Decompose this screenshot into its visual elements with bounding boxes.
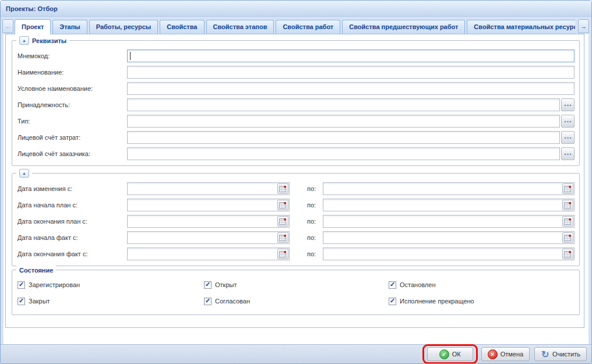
tab-project[interactable]: Проект: [15, 19, 51, 34]
plan-start-date-from-input[interactable]: [128, 199, 277, 211]
actual-start-date-label: Дата начала факт с:: [17, 234, 127, 241]
tab-scroll-right-button[interactable]: →: [578, 19, 589, 33]
clear-button[interactable]: ↻ Очистить: [534, 347, 587, 361]
change-date-from-field: [127, 182, 290, 195]
change-date-from-input[interactable]: [128, 183, 277, 195]
tab-bar: ← Проект Этапы Работы, ресурсы Свойства …: [1, 17, 591, 34]
checkbox-open[interactable]: ✓ Открыт: [204, 278, 389, 291]
checkbox-closed[interactable]: ✓ Закрыт: [17, 295, 204, 308]
checkbox-checked-icon: ✓: [17, 298, 25, 305]
actual-end-date-to-field: [323, 248, 575, 260]
cancel-button-label: Отмена: [501, 351, 523, 358]
ellipsis-icon: …: [564, 118, 572, 121]
change-date-from-calendar-button[interactable]: [277, 183, 288, 194]
checkbox-checked-icon: ✓: [204, 281, 212, 289]
cost-account-lookup-button[interactable]: …: [561, 131, 575, 144]
plan-end-date-from-input[interactable]: [128, 215, 277, 227]
tab-label: Проект: [22, 23, 44, 30]
change-date-to-input[interactable]: [323, 183, 562, 195]
affiliation-label: Принадлежность:: [17, 101, 127, 108]
arrow-right-icon: →: [580, 23, 587, 30]
tab-scroll-left-button[interactable]: ←: [2, 19, 13, 33]
tab-label: Свойства предшествующих работ: [349, 23, 458, 30]
affiliation-field: …: [127, 98, 575, 111]
actual-end-date-to-calendar-button[interactable]: [562, 249, 573, 259]
customer-account-input[interactable]: [127, 147, 560, 160]
actual-start-date-from-field: [127, 231, 290, 244]
refresh-icon: ↻: [541, 350, 549, 359]
change-date-label: Дата изменения с:: [17, 185, 127, 192]
plan-start-date-from-calendar-button[interactable]: [277, 200, 288, 210]
tab-label: Свойства работ: [283, 23, 333, 30]
tab-material-resource-properties[interactable]: Свойства материальных ресурсов: [467, 20, 575, 34]
checkbox-approved[interactable]: ✓ Согласован: [204, 295, 389, 308]
tab-predecessor-work-properties[interactable]: Свойства предшествующих работ: [342, 20, 465, 34]
tab-label: Работы, ресурсы: [96, 23, 151, 30]
date-row: Дата окончания план с: по:: [17, 215, 575, 228]
tab-label: Свойства: [167, 23, 197, 30]
plan-start-date-to-input[interactable]: [323, 199, 562, 211]
actual-start-date-from-input[interactable]: [128, 232, 277, 243]
plan-start-date-from-field: [127, 199, 290, 211]
checkbox-label: Зарегистрирован: [29, 281, 80, 288]
collapse-requisites-button[interactable]: ▲: [19, 36, 29, 45]
form-row: Тип: …: [17, 115, 575, 128]
ok-button[interactable]: ✓ ОК: [427, 347, 473, 361]
mnemonic-input[interactable]: [127, 50, 575, 62]
change-date-to-calendar-button[interactable]: [562, 183, 573, 194]
affiliation-lookup-button[interactable]: …: [561, 98, 575, 111]
type-label: Тип:: [17, 118, 127, 125]
state-checkbox-grid: ✓ Зарегистрирован ✓ Открыт ✓ Остановлен …: [17, 278, 575, 308]
type-field: …: [127, 115, 575, 128]
tab-stages[interactable]: Этапы: [52, 20, 87, 34]
checkbox-execution-terminated[interactable]: ✓ Исполнение прекращено: [389, 295, 575, 308]
calendar-icon: [279, 218, 287, 225]
actual-end-date-from-input[interactable]: [128, 248, 277, 260]
to-label: по:: [307, 185, 316, 192]
affiliation-input[interactable]: [127, 98, 560, 111]
checkbox-label: Закрыт: [29, 298, 50, 305]
cancel-button[interactable]: × Отмена: [481, 347, 530, 361]
type-input[interactable]: [127, 115, 560, 128]
actual-end-date-label: Дата окончания факт с:: [17, 250, 127, 257]
collapse-dates-button[interactable]: ▲: [19, 169, 29, 178]
name-input[interactable]: [127, 66, 575, 79]
plan-end-date-label: Дата окончания план с:: [17, 218, 127, 225]
ok-button-label: ОК: [452, 351, 461, 358]
date-row: Дата начала факт с: по:: [17, 231, 575, 244]
to-label: по:: [307, 202, 316, 208]
actual-start-date-to-input[interactable]: [323, 232, 562, 243]
checkbox-stopped[interactable]: ✓ Остановлен: [389, 278, 575, 291]
conditional-name-label: Условное наименование:: [17, 85, 127, 92]
type-lookup-button[interactable]: …: [561, 115, 575, 128]
form-row: Мнемокод:: [17, 50, 575, 62]
form-row: Лицевой счёт заказчика: …: [17, 147, 575, 160]
checkbox-label: Открыт: [215, 281, 237, 288]
mnemonic-field: [127, 50, 575, 62]
actual-start-date-to-calendar-button[interactable]: [562, 232, 573, 243]
actual-end-date-from-calendar-button[interactable]: [277, 249, 288, 259]
tab-properties[interactable]: Свойства: [160, 20, 204, 34]
tab-works-resources[interactable]: Работы, ресурсы: [89, 20, 158, 34]
clear-button-label: Очистить: [552, 351, 580, 358]
plan-end-date-from-calendar-button[interactable]: [277, 216, 288, 227]
tab-work-properties[interactable]: Свойства работ: [276, 20, 340, 34]
actual-start-date-from-calendar-button[interactable]: [277, 232, 288, 243]
cost-account-input[interactable]: [127, 131, 560, 144]
filter-form-panel: ▲ Реквизиты Мнемокод: Наименование: Усло…: [5, 34, 584, 328]
checkbox-registered[interactable]: ✓ Зарегистрирован: [17, 278, 204, 291]
name-field: [127, 66, 575, 79]
plan-start-date-to-calendar-button[interactable]: [562, 200, 573, 210]
calendar-icon: [279, 185, 287, 193]
calendar-icon: [279, 250, 287, 258]
calendar-icon: [564, 234, 572, 242]
actual-end-date-to-input[interactable]: [323, 248, 562, 260]
window-title: Проекты: Отбор: [6, 5, 58, 12]
plan-end-date-to-calendar-button[interactable]: [562, 216, 573, 227]
customer-account-lookup-button[interactable]: …: [561, 147, 575, 160]
window-frame-left: [1, 17, 3, 344]
tab-stage-properties[interactable]: Свойства этапов: [206, 20, 274, 34]
window-titlebar[interactable]: Проекты: Отбор: [1, 1, 591, 17]
plan-end-date-to-input[interactable]: [323, 215, 562, 227]
conditional-name-input[interactable]: [127, 82, 575, 95]
